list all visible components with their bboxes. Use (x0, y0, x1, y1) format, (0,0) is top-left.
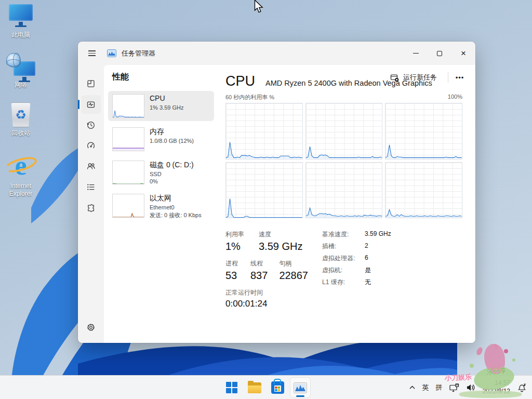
sidebar (78, 65, 104, 343)
page-title: 性能 (112, 72, 129, 83)
mouse-cursor (254, 0, 264, 14)
disk-mini-chart (112, 161, 144, 184)
taskbar: 英 拼 14:57 2022/8/12 (0, 375, 532, 399)
system-tray: 英 拼 14:57 2022/8/12 (409, 376, 527, 399)
stat-label: 速度 (259, 230, 302, 239)
minimize-button[interactable] (404, 42, 428, 65)
microsoft-store-icon (271, 381, 284, 394)
sidebar-item-details[interactable] (81, 178, 101, 196)
sidebar-item-startup-apps[interactable] (81, 136, 101, 155)
sidebar-item-settings[interactable] (81, 318, 101, 337)
detail-label: 基准速度: (322, 230, 365, 239)
core-chart-0 (225, 103, 303, 159)
perf-item-sub: 1% 3.59 GHz (150, 104, 183, 111)
maximize-button[interactable] (428, 42, 451, 65)
memory-mini-chart (112, 127, 144, 151)
stat-label: 线程 (250, 259, 268, 268)
stat-label: 句柄 (279, 259, 308, 268)
perf-item-sub: 发送: 0 接收: 0 Kbps (150, 211, 202, 219)
ime-mode-indicator[interactable]: 拼 (436, 383, 443, 392)
sidebar-item-performance[interactable] (81, 95, 101, 114)
cpu-stats: 利用率 1% 速度 3.59 GHz 进程 53 线程 837 (225, 230, 462, 309)
perf-item-title: 磁盘 0 (C: D:) (150, 161, 194, 170)
stat-value: 1% (225, 241, 247, 252)
core-chart-1 (305, 103, 383, 159)
perf-item-title: 内存 (150, 127, 164, 137)
stat-label: 正常运行时间 (225, 288, 267, 297)
perf-item-sub: 1.0/8.0 GB (12%) (150, 138, 194, 144)
microsoft-store-button[interactable] (267, 377, 288, 398)
file-explorer-button[interactable] (244, 377, 265, 398)
perf-item-memory[interactable]: 内存 1.0/8.0 GB (12%) (108, 124, 214, 154)
stat-value: 3.59 GHz (259, 241, 302, 252)
task-manager-taskbar-button[interactable] (290, 377, 311, 398)
task-manager-icon (294, 382, 307, 393)
sidebar-item-processes[interactable] (81, 74, 101, 93)
network-tray-icon[interactable] (449, 383, 459, 392)
performance-icon (86, 100, 96, 109)
sidebar-item-users[interactable] (81, 157, 101, 176)
core-chart-2 (385, 103, 462, 159)
core-chart-5 (385, 162, 462, 219)
task-manager-window: 任务管理器 × (78, 42, 475, 343)
task-manager-app-icon (107, 49, 116, 57)
sidebar-item-services[interactable] (81, 198, 101, 217)
details-icon (86, 182, 96, 192)
windows-logo-icon (226, 382, 237, 393)
settings-gear-icon (86, 323, 96, 332)
cpu-mini-chart (112, 94, 144, 118)
processes-icon (86, 79, 96, 88)
window-title: 任务管理器 (122, 49, 155, 58)
services-icon (86, 203, 96, 212)
core-chart-3 (225, 162, 303, 219)
desktop-icon-internet-explorer[interactable]: e Internet Explorer (1, 151, 41, 198)
cpu-details-table: 基准速度:3.59 GHz 插槽:2 虚拟处理器:6 虚拟机:是 L1 缓存:无 (322, 230, 391, 290)
internet-explorer-icon: e (5, 151, 36, 180)
start-button[interactable] (221, 377, 242, 398)
ethernet-mini-chart (112, 194, 144, 218)
performance-list: CPU 1% 3.59 GHz 内存 1.0/8.0 GB (12%) 磁盘 0… (108, 91, 214, 224)
detail-value: 3.59 GHz (365, 230, 391, 239)
tray-clock[interactable]: 14:57 2022/8/12 (483, 379, 510, 395)
notifications-bell-icon[interactable] (517, 383, 527, 392)
desktop-icon-label: 网络 (15, 81, 27, 89)
perf-item-title: 以太网 (150, 194, 171, 203)
stat-value: 0:00:01:24 (225, 299, 267, 309)
detail-label: 虚拟处理器: (322, 254, 365, 263)
detail-value: 6 (365, 254, 368, 263)
this-pc-icon (9, 4, 33, 21)
volume-tray-icon[interactable] (466, 383, 476, 392)
tray-chevron-up-icon[interactable] (409, 385, 416, 390)
perf-item-title: CPU (150, 94, 165, 102)
desktop-icon-recycle-bin[interactable]: ♻ 回收站 (1, 102, 41, 138)
core-chart-4 (305, 162, 383, 219)
perf-item-sub: Ethernet0 (150, 204, 175, 210)
desktop-icon-this-pc[interactable]: 此电脑 (1, 4, 41, 39)
sidebar-item-app-history[interactable] (81, 116, 101, 135)
detail-label: 插槽: (322, 242, 365, 251)
stat-label: 进程 (225, 259, 239, 268)
stat-value: 837 (250, 270, 268, 282)
cpu-pane-title: CPU (225, 73, 255, 89)
perf-item-disk[interactable]: 磁盘 0 (C: D:) SSD 0% (108, 157, 214, 188)
desktop-icon-label: 此电脑 (11, 31, 30, 39)
perf-item-sub: 0% (150, 178, 158, 184)
tray-date: 2022/8/12 (483, 388, 510, 396)
perf-item-ethernet[interactable]: 以太网 Ethernet0 发送: 0 接收: 0 Kbps (108, 191, 214, 221)
stat-value: 22867 (279, 270, 308, 282)
network-icon (6, 53, 35, 79)
navigation-menu-button[interactable] (84, 46, 100, 61)
app-history-icon (86, 121, 96, 130)
desktop-icon-network[interactable]: 网络 (1, 53, 41, 89)
cpu-core-charts (225, 103, 462, 218)
close-button[interactable]: × (451, 42, 475, 65)
desktop-icon-label: 回收站 (11, 129, 30, 138)
perf-item-cpu[interactable]: CPU 1% 3.59 GHz (108, 91, 214, 121)
detail-value: 无 (365, 278, 371, 287)
recycle-bin-icon: ♻ (10, 102, 31, 127)
perf-item-sub: SSD (150, 171, 162, 177)
content-panel: 性能 运行新任务 ••• CPU 1% 3.59 GHz 内存 (104, 65, 475, 343)
detail-label: L1 缓存: (322, 278, 365, 287)
file-explorer-icon (248, 382, 261, 393)
ime-language-indicator[interactable]: 英 (422, 383, 429, 392)
